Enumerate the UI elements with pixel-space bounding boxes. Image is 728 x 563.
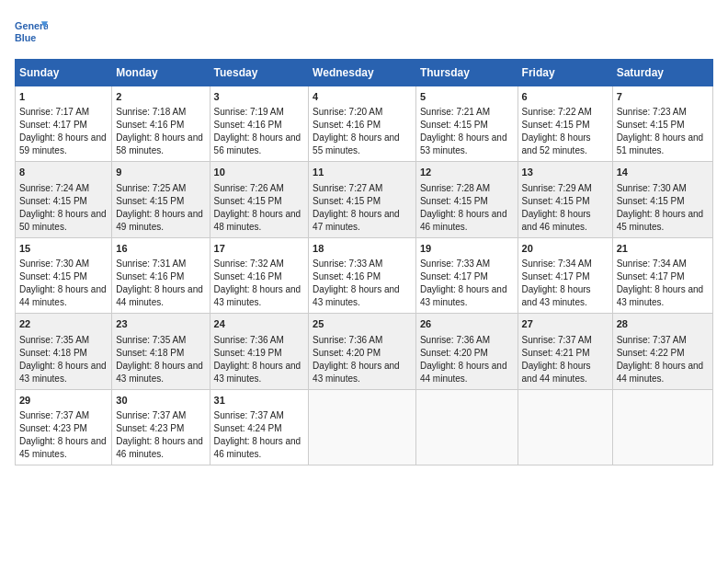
calendar-cell: 26Sunrise: 7:36 AMSunset: 4:20 PMDayligh…: [415, 314, 518, 389]
day-number: 8: [19, 166, 108, 179]
week-row-3: 15Sunrise: 7:30 AMSunset: 4:15 PMDayligh…: [16, 237, 713, 313]
daylight: Daylight: 8 hours and 46 minutes.: [116, 436, 203, 459]
calendar-cell: 29Sunrise: 7:37 AMSunset: 4:23 PMDayligh…: [16, 389, 112, 465]
sunrise: Sunrise: 7:29 AM: [522, 183, 592, 193]
day-number: 25: [313, 317, 412, 331]
calendar-cell: 13Sunrise: 7:29 AMSunset: 4:15 PMDayligh…: [518, 162, 612, 237]
sunrise: Sunrise: 7:24 AM: [19, 183, 89, 193]
daylight: Daylight: 8 hours and 43 minutes.: [116, 361, 203, 384]
daylight: Daylight: 8 hours and 44 minutes.: [19, 284, 107, 307]
day-number: 11: [313, 166, 412, 179]
sunrise: Sunrise: 7:22 AM: [522, 107, 592, 117]
day-number: 12: [420, 166, 514, 179]
page-header: General Blue: [15, 15, 713, 48]
daylight: Daylight: 8 hours and 58 minutes.: [116, 132, 203, 155]
sunset: Sunset: 4:20 PM: [420, 348, 488, 358]
calendar-cell: 27Sunrise: 7:37 AMSunset: 4:21 PMDayligh…: [518, 314, 612, 389]
sunset: Sunset: 4:19 PM: [214, 348, 282, 358]
sunset: Sunset: 4:16 PM: [313, 271, 381, 282]
sunrise: Sunrise: 7:34 AM: [617, 259, 687, 269]
sunrise: Sunrise: 7:27 AM: [313, 183, 382, 193]
sunrise: Sunrise: 7:20 AM: [313, 107, 382, 117]
sunset: Sunset: 4:15 PM: [19, 196, 87, 206]
calendar-cell: 2Sunrise: 7:18 AMSunset: 4:16 PMDaylight…: [112, 86, 210, 162]
calendar-cell: 14Sunrise: 7:30 AMSunset: 4:15 PMDayligh…: [612, 162, 712, 237]
daylight: Daylight: 8 hours and 55 minutes.: [313, 132, 400, 155]
header-row: SundayMondayTuesdayWednesdayThursdayFrid…: [16, 60, 713, 86]
daylight: Daylight: 8 hours and 47 minutes.: [313, 209, 400, 232]
daylight: Daylight: 8 hours and 44 minutes.: [420, 361, 507, 384]
calendar-cell: 20Sunrise: 7:34 AMSunset: 4:17 PMDayligh…: [518, 237, 612, 313]
day-number: 24: [214, 317, 305, 331]
day-number: 10: [214, 166, 305, 179]
calendar-cell: 7Sunrise: 7:23 AMSunset: 4:15 PMDaylight…: [612, 86, 712, 162]
week-row-4: 22Sunrise: 7:35 AMSunset: 4:18 PMDayligh…: [16, 314, 713, 389]
calendar-cell: 19Sunrise: 7:33 AMSunset: 4:17 PMDayligh…: [415, 237, 518, 313]
day-number: 14: [617, 166, 709, 179]
day-number: 28: [617, 317, 709, 331]
calendar-cell: 31Sunrise: 7:37 AMSunset: 4:24 PMDayligh…: [210, 389, 309, 465]
daylight: Daylight: 8 hours and 51 minutes.: [617, 132, 704, 155]
daylight: Daylight: 8 hours and 43 minutes.: [214, 284, 301, 307]
sunset: Sunset: 4:17 PM: [522, 271, 590, 282]
daylight: Daylight: 8 hours and 48 minutes.: [214, 209, 301, 232]
calendar-cell: [415, 389, 518, 465]
sunset: Sunset: 4:23 PM: [116, 423, 184, 433]
sunrise: Sunrise: 7:35 AM: [19, 335, 89, 345]
calendar-cell: 23Sunrise: 7:35 AMSunset: 4:18 PMDayligh…: [112, 314, 210, 389]
sunset: Sunset: 4:16 PM: [116, 271, 184, 282]
day-number: 5: [420, 90, 514, 104]
svg-text:Blue: Blue: [15, 32, 36, 43]
sunrise: Sunrise: 7:23 AM: [617, 107, 687, 117]
sunset: Sunset: 4:16 PM: [313, 120, 381, 130]
sunrise: Sunrise: 7:33 AM: [313, 259, 382, 269]
daylight: Daylight: 8 hours and 43 minutes.: [617, 284, 704, 307]
sunrise: Sunrise: 7:33 AM: [420, 259, 490, 269]
sunrise: Sunrise: 7:35 AM: [116, 335, 186, 345]
logo-icon: General Blue: [15, 15, 48, 48]
day-number: 15: [19, 242, 108, 256]
sunset: Sunset: 4:20 PM: [313, 348, 381, 358]
sunset: Sunset: 4:16 PM: [116, 120, 184, 130]
day-number: 21: [617, 242, 709, 256]
calendar-table: SundayMondayTuesdayWednesdayThursdayFrid…: [15, 59, 713, 465]
sunset: Sunset: 4:18 PM: [116, 348, 184, 358]
week-row-1: 1Sunrise: 7:17 AMSunset: 4:17 PMDaylight…: [16, 86, 713, 162]
sunrise: Sunrise: 7:17 AM: [19, 107, 89, 117]
daylight: Daylight: 8 hours and 49 minutes.: [116, 209, 203, 232]
sunset: Sunset: 4:17 PM: [19, 120, 87, 130]
day-number: 3: [214, 90, 305, 104]
sunset: Sunset: 4:15 PM: [116, 196, 184, 206]
day-number: 9: [116, 166, 205, 179]
calendar-cell: 6Sunrise: 7:22 AMSunset: 4:15 PMDaylight…: [518, 86, 612, 162]
day-number: 13: [522, 166, 609, 179]
sunset: Sunset: 4:17 PM: [617, 271, 685, 282]
daylight: Daylight: 8 hours and 52 minutes.: [522, 132, 591, 155]
sunset: Sunset: 4:15 PM: [617, 196, 685, 206]
day-number: 17: [214, 242, 305, 256]
sunrise: Sunrise: 7:28 AM: [420, 183, 490, 193]
header-day-saturday: Saturday: [612, 60, 712, 86]
calendar-cell: 9Sunrise: 7:25 AMSunset: 4:15 PMDaylight…: [112, 162, 210, 237]
day-number: 27: [522, 317, 609, 331]
sunrise: Sunrise: 7:36 AM: [313, 335, 382, 345]
day-number: 22: [19, 317, 108, 331]
calendar-cell: [612, 389, 712, 465]
calendar-cell: 15Sunrise: 7:30 AMSunset: 4:15 PMDayligh…: [16, 237, 112, 313]
daylight: Daylight: 8 hours and 43 minutes.: [214, 361, 301, 384]
day-number: 2: [116, 90, 205, 104]
sunset: Sunset: 4:18 PM: [19, 348, 87, 358]
sunset: Sunset: 4:17 PM: [420, 271, 488, 282]
calendar-cell: [518, 389, 612, 465]
header-day-wednesday: Wednesday: [309, 60, 416, 86]
calendar-cell: 10Sunrise: 7:26 AMSunset: 4:15 PMDayligh…: [210, 162, 309, 237]
sunset: Sunset: 4:15 PM: [420, 120, 488, 130]
calendar-cell: 3Sunrise: 7:19 AMSunset: 4:16 PMDaylight…: [210, 86, 309, 162]
sunset: Sunset: 4:15 PM: [19, 271, 87, 282]
sunrise: Sunrise: 7:32 AM: [214, 259, 284, 269]
day-number: 31: [214, 394, 305, 408]
day-number: 1: [19, 90, 108, 104]
header-day-tuesday: Tuesday: [210, 60, 309, 86]
daylight: Daylight: 8 hours and 43 minutes.: [313, 284, 400, 307]
calendar-cell: 11Sunrise: 7:27 AMSunset: 4:15 PMDayligh…: [309, 162, 416, 237]
